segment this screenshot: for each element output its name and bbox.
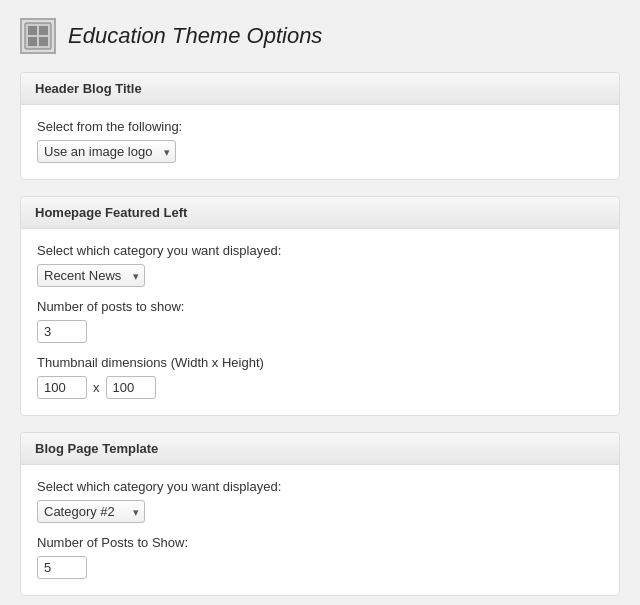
header-logo-select[interactable]: Use an image logo Use text title None (37, 140, 176, 163)
bpt-category-field: Select which category you want displayed… (37, 479, 603, 523)
theme-icon (20, 18, 56, 54)
homepage-featured-left-header: Homepage Featured Left (21, 197, 619, 229)
hfl-category-select[interactable]: Recent News Category #1 Category #2 Cate… (37, 264, 145, 287)
blog-page-template-header: Blog Page Template (21, 433, 619, 465)
hfl-thumb-separator: x (93, 380, 100, 395)
svg-rect-3 (28, 37, 37, 46)
svg-rect-4 (39, 37, 48, 46)
header-logo-select-wrapper[interactable]: Use an image logo Use text title None (37, 140, 176, 163)
blog-page-template-body: Select which category you want displayed… (21, 465, 619, 595)
hfl-thumbnail-label: Thumbnail dimensions (Width x Height) (37, 355, 603, 370)
hfl-thumbnail-field: Thumbnail dimensions (Width x Height) x (37, 355, 603, 399)
header-blog-title-label: Header Blog Title (35, 81, 142, 96)
hfl-thumbnail-row: x (37, 376, 603, 399)
svg-rect-1 (28, 26, 37, 35)
bpt-category-select-wrapper[interactable]: Recent News Category #1 Category #2 Cate… (37, 500, 145, 523)
page-title: Education Theme Options (68, 23, 322, 49)
bpt-posts-label: Number of Posts to Show: (37, 535, 603, 550)
hfl-category-label: Select which category you want displayed… (37, 243, 603, 258)
page-title-bar: Education Theme Options (20, 18, 620, 54)
hfl-thumb-height-input[interactable] (106, 376, 156, 399)
hfl-posts-label: Number of posts to show: (37, 299, 603, 314)
blog-page-template-panel: Blog Page Template Select which category… (20, 432, 620, 596)
header-select-label: Select from the following: (37, 119, 603, 134)
svg-rect-2 (39, 26, 48, 35)
hfl-posts-field: Number of posts to show: (37, 299, 603, 343)
bpt-category-label: Select which category you want displayed… (37, 479, 603, 494)
bpt-posts-input[interactable] (37, 556, 87, 579)
header-blog-title-body: Select from the following: Use an image … (21, 105, 619, 179)
homepage-featured-left-body: Select which category you want displayed… (21, 229, 619, 415)
hfl-category-field: Select which category you want displayed… (37, 243, 603, 287)
homepage-featured-left-panel: Homepage Featured Left Select which cate… (20, 196, 620, 416)
hfl-category-select-wrapper[interactable]: Recent News Category #1 Category #2 Cate… (37, 264, 145, 287)
header-select-field: Select from the following: Use an image … (37, 119, 603, 163)
hfl-thumb-width-input[interactable] (37, 376, 87, 399)
blog-page-template-label: Blog Page Template (35, 441, 158, 456)
bpt-category-select[interactable]: Recent News Category #1 Category #2 Cate… (37, 500, 145, 523)
homepage-featured-left-label: Homepage Featured Left (35, 205, 187, 220)
header-blog-title-header: Header Blog Title (21, 73, 619, 105)
hfl-posts-input[interactable] (37, 320, 87, 343)
bpt-posts-field: Number of Posts to Show: (37, 535, 603, 579)
header-blog-title-panel: Header Blog Title Select from the follow… (20, 72, 620, 180)
